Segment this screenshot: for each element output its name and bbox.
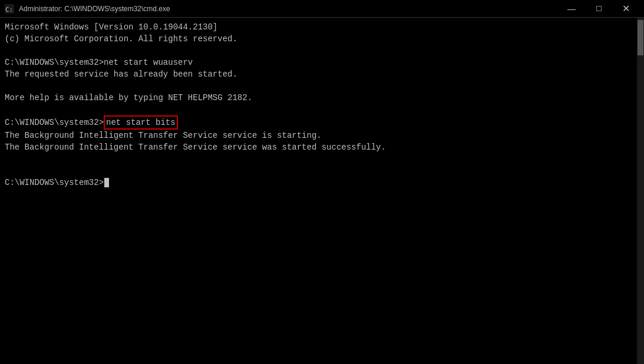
window-title: Administrator: C:\WINDOWS\system32\cmd.e… (19, 5, 170, 13)
svg-text:C:: C: (5, 6, 13, 14)
command-line-bits: C:\WINDOWS\system32>net start bits (5, 115, 632, 130)
cmd-icon: C: (5, 4, 14, 14)
maximize-icon: ☐ (596, 5, 602, 12)
line-7: More help is available by typing NET HEL… (5, 92, 632, 104)
line-11-empty (5, 153, 632, 165)
terminal-content[interactable]: Microsoft Windows [Version 10.0.19044.21… (0, 18, 637, 364)
scrollbar[interactable] (637, 18, 644, 364)
line-1: Microsoft Windows [Version 10.0.19044.21… (5, 21, 632, 33)
title-bar-left: C: Administrator: C:\WINDOWS\system32\cm… (5, 4, 170, 14)
line-4: C:\WINDOWS\system32>net start wuauserv (5, 57, 632, 68)
command-highlighted: net start bits (104, 115, 178, 130)
line-6-empty (5, 80, 632, 92)
cursor (104, 178, 109, 187)
line-5: The requested service has already been s… (5, 68, 632, 80)
prompt-bits: C:\WINDOWS\system32> (5, 117, 104, 128)
scrollbar-thumb[interactable] (638, 20, 643, 55)
line-8-empty (5, 104, 632, 115)
line-3-empty (5, 45, 632, 57)
line-2: (c) Microsoft Corporation. All rights re… (5, 33, 632, 45)
close-button[interactable]: ✕ (612, 0, 639, 18)
close-icon: ✕ (622, 4, 630, 14)
final-prompt: C:\WINDOWS\system32> (5, 177, 104, 188)
maximize-button[interactable]: ☐ (585, 0, 612, 18)
final-prompt-line: C:\WINDOWS\system32> (5, 177, 632, 188)
window-controls: — ☐ ✕ (558, 0, 639, 18)
line-12-empty (5, 165, 632, 177)
title-bar: C: Administrator: C:\WINDOWS\system32\cm… (0, 0, 644, 18)
minimize-icon: — (567, 5, 576, 13)
line-bits-started: The Background Intelligent Transfer Serv… (5, 141, 632, 153)
line-bits-starting: The Background Intelligent Transfer Serv… (5, 130, 632, 141)
minimize-button[interactable]: — (558, 0, 585, 18)
terminal-body: Microsoft Windows [Version 10.0.19044.21… (0, 18, 644, 364)
